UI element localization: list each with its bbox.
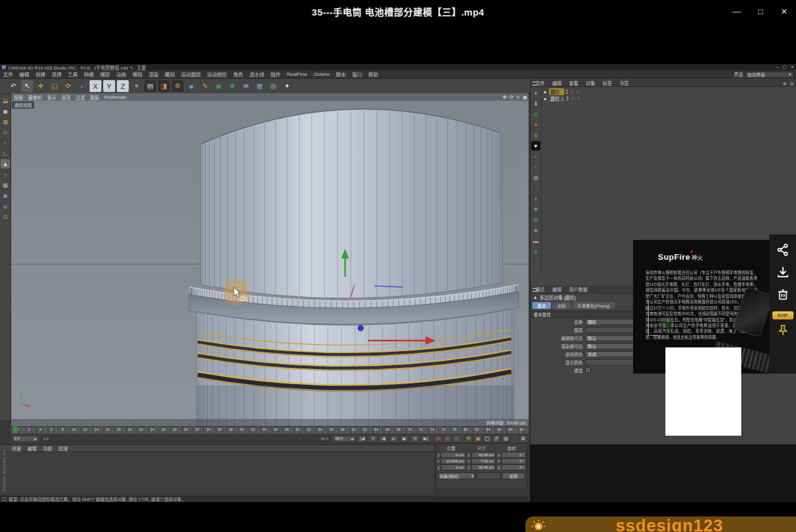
visibility-dots[interactable] [566, 89, 568, 94]
object-name[interactable]: 圆柱 [549, 88, 564, 95]
menu-item[interactable]: 创建 [32, 71, 49, 78]
viewport-filter-icon[interactable]: ◉ [1, 191, 10, 200]
texture-tag-icon[interactable]: ✕ [570, 96, 575, 101]
material-menu-item[interactable]: 纹理 [55, 445, 71, 452]
panel-menu-icon[interactable] [532, 288, 537, 292]
attribute-tab[interactable]: 坐标 [552, 302, 571, 309]
key-scale-icon[interactable]: ◯ [483, 435, 491, 443]
key-rotation-icon[interactable]: Ⓟ [493, 435, 501, 443]
texture-tag-icon[interactable]: ✕ [570, 89, 574, 94]
menu-item[interactable]: 窗口 [349, 71, 365, 78]
rotation-field[interactable]: 0 ° [501, 452, 526, 458]
signal-plugin-icon[interactable]: S [531, 131, 540, 140]
viewport-menu-item[interactable]: 选项 [59, 94, 73, 101]
viewport-menu-item[interactable]: 视图 [11, 94, 25, 101]
goto-start-button[interactable]: |◀ [358, 435, 367, 443]
position-field[interactable]: 0 cm [441, 464, 466, 470]
viewport-menu-item[interactable]: 面板 [88, 94, 102, 101]
material-menu-item[interactable]: 编辑 [24, 445, 40, 452]
texture-tag-icon[interactable]: ✕ [576, 89, 580, 94]
menu-item[interactable]: 选择 [49, 71, 65, 78]
apply-button[interactable]: 应用 [502, 472, 525, 479]
download-icon[interactable] [776, 265, 790, 279]
menu-item[interactable]: 帮助 [365, 71, 381, 78]
tools-plugin-icon[interactable]: ✚ [531, 204, 540, 214]
lock-x-button[interactable]: X [90, 80, 101, 92]
viewport-menu-item[interactable]: 摄像机 [25, 94, 45, 101]
sparks-plugin-icon[interactable]: ✦ [531, 120, 540, 129]
workplane-mode-icon[interactable]: ◇ [1, 127, 10, 137]
blue2-plugin-icon[interactable]: ● [531, 162, 540, 172]
attribute-tab[interactable]: 基本 [532, 302, 551, 309]
menu-item[interactable]: 编辑 [16, 71, 32, 78]
timeline-ruler[interactable]: 0246810121416182022242628303234363840424… [11, 426, 529, 434]
leaf-plugin-icon[interactable]: ❀ [531, 226, 540, 235]
search-icon[interactable]: ⊚ [783, 81, 787, 86]
viewport-menu-item[interactable]: 显示 [45, 94, 59, 101]
om-menu-item[interactable]: 对象 [583, 80, 598, 86]
object-row[interactable]: ▲ 圆柱.1 ✕ ✕ [543, 95, 581, 102]
end-frame-field[interactable]: 90 F◂▸ [333, 436, 356, 442]
key-position-icon[interactable]: ▣ [474, 435, 482, 443]
trash-icon[interactable] [776, 288, 790, 301]
position-field[interactable]: 12.666 cm [441, 458, 466, 464]
prev-frame-button[interactable]: ◀ [379, 435, 388, 443]
lock-z-button[interactable]: Z [117, 80, 129, 92]
coord-system-icon[interactable]: ⌖ [131, 80, 142, 92]
play-button[interactable]: ▶ [389, 435, 399, 443]
xray-checkbox[interactable] [585, 367, 591, 373]
rotation-field[interactable]: 0 ° [501, 464, 526, 470]
timeline-options-handle[interactable]: ≣ [519, 435, 527, 443]
attr-menu-item[interactable]: 用户数据 [566, 286, 591, 293]
object-row[interactable]: ▲ 圆柱 ✕ ✕ [543, 88, 581, 95]
primitive-cube-icon[interactable]: ■ [185, 80, 197, 92]
volume-icon[interactable]: ▦ [254, 80, 266, 92]
darkred-plugin-icon[interactable]: ▪ [531, 183, 540, 193]
rotation-field[interactable]: 0 ° [501, 458, 526, 464]
move-icon[interactable]: ✛ [35, 80, 47, 92]
position-field[interactable]: 0 cm [441, 452, 466, 458]
goto-end-button[interactable]: ▶| [421, 435, 430, 443]
timeline-playhead[interactable] [12, 426, 18, 434]
coord-secondary-dropdown[interactable] [476, 472, 501, 479]
menu-item[interactable]: 流水线 [246, 71, 267, 78]
minimize-button[interactable]: — [730, 5, 744, 17]
render-settings-icon[interactable]: ⚙ [172, 80, 183, 92]
om-menu-item[interactable]: 查看 [566, 80, 581, 86]
viewport-menu-item[interactable]: 过滤 [73, 94, 88, 101]
rotate-icon[interactable]: ⟳ [62, 80, 74, 92]
texture-mode-icon[interactable]: ▦ [1, 117, 10, 126]
orbit-view-icon[interactable]: ⟳ [509, 94, 514, 100]
menu-item[interactable]: 插件 [267, 71, 284, 78]
octane-plugin-icon[interactable]: ● [531, 88, 540, 98]
spline-pen-icon[interactable]: ✎ [199, 80, 211, 92]
cloner-icon[interactable]: ❖ [226, 80, 238, 92]
attr-menu-item[interactable]: 编辑 [549, 286, 565, 293]
size-field[interactable]: 7.92 cm [471, 458, 496, 464]
convert-object-icon[interactable]: ⬓ [1, 96, 10, 105]
lock-y-button[interactable]: Y [103, 80, 115, 92]
edges-mode-icon[interactable]: ◺ [1, 149, 10, 158]
scale-icon[interactable]: ◱ [49, 80, 60, 92]
model-mode-icon[interactable]: ◼ [1, 106, 10, 116]
menu-item[interactable]: 动画 [113, 71, 129, 78]
metaball-icon[interactable]: ⬬ [240, 80, 252, 92]
tree-plugin-icon[interactable]: ♣ [531, 247, 540, 256]
heart-plugin-icon[interactable]: ♥ [531, 141, 540, 150]
render-region-icon[interactable]: ◨ [158, 80, 170, 92]
autokey-icon[interactable]: ✛ [465, 435, 473, 443]
record-scale-icon[interactable]: ⊘ [443, 435, 451, 443]
coord-mode-dropdown[interactable]: 对象(相对) ▾ [438, 472, 475, 479]
magnet-icon[interactable]: Ω [1, 212, 10, 221]
interface-dropdown[interactable]: 启动界面 ▾ [745, 71, 794, 78]
om-menu-item[interactable]: 书签 [616, 80, 632, 86]
pin-icon[interactable] [776, 323, 790, 337]
texture-tag-icon[interactable]: ✕ [576, 96, 581, 101]
menu-item[interactable]: 网格 [81, 71, 97, 78]
size-field[interactable]: 92.45 cm [471, 464, 496, 470]
menu-item[interactable]: 雕刻 [162, 71, 178, 78]
viewport-menu-item[interactable]: ProRender [102, 94, 129, 100]
maximize-button[interactable]: □ [754, 5, 767, 17]
live-selection-icon[interactable]: ↖ [21, 80, 33, 92]
gear-plugin-icon[interactable]: ✿ [531, 215, 540, 224]
